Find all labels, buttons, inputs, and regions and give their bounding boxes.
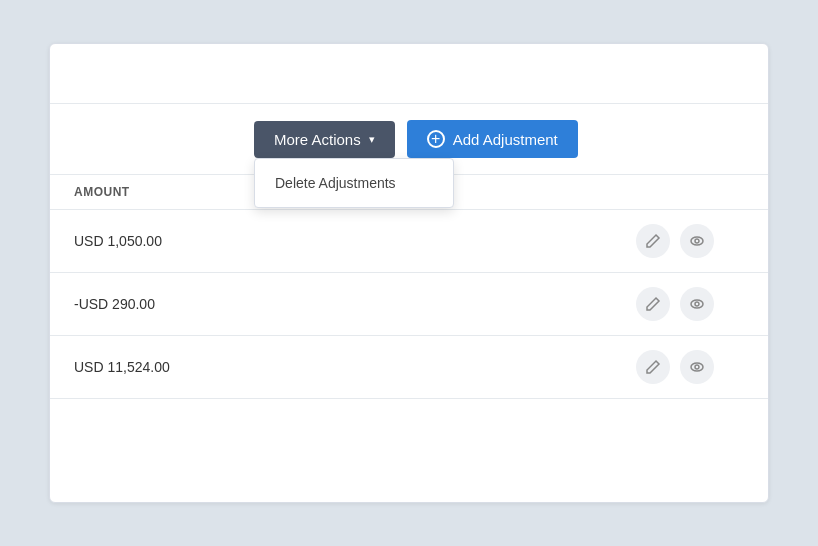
main-card: More Actions ▾ Delete Adjustments + Add … [49, 43, 769, 503]
pencil-icon [645, 359, 661, 375]
svg-point-5 [695, 365, 699, 369]
toolbar: More Actions ▾ Delete Adjustments + Add … [230, 104, 768, 174]
svg-point-2 [691, 300, 703, 308]
edit-button[interactable] [636, 350, 670, 384]
eye-icon [689, 296, 705, 312]
svg-point-4 [691, 363, 703, 371]
more-actions-wrapper: More Actions ▾ Delete Adjustments [254, 121, 395, 158]
svg-point-1 [695, 239, 699, 243]
row-amount: -USD 290.00 [74, 296, 294, 312]
view-button[interactable] [680, 350, 714, 384]
more-actions-dropdown: Delete Adjustments [254, 158, 454, 208]
svg-point-0 [691, 237, 703, 245]
delete-adjustments-item[interactable]: Delete Adjustments [255, 165, 453, 201]
more-actions-label: More Actions [274, 131, 361, 148]
more-actions-caret: ▾ [369, 133, 375, 146]
table-row: USD 11,524.00 [50, 336, 768, 399]
adjustments-table: AMOUNT USD 1,050.00 -USD 290.00 [50, 174, 768, 399]
table-row: -USD 290.00 [50, 273, 768, 336]
top-bar [50, 44, 768, 104]
row-actions [636, 287, 744, 321]
view-button[interactable] [680, 287, 714, 321]
view-button[interactable] [680, 224, 714, 258]
row-actions [636, 224, 744, 258]
pencil-icon [645, 296, 661, 312]
add-icon: + [427, 130, 445, 148]
eye-icon [689, 359, 705, 375]
svg-point-3 [695, 302, 699, 306]
pencil-icon [645, 233, 661, 249]
more-actions-button[interactable]: More Actions ▾ [254, 121, 395, 158]
add-adjustment-button[interactable]: + Add Adjustment [407, 120, 578, 158]
row-amount: USD 1,050.00 [74, 233, 294, 249]
row-amount: USD 11,524.00 [74, 359, 294, 375]
edit-button[interactable] [636, 287, 670, 321]
table-row: USD 1,050.00 [50, 210, 768, 273]
eye-icon [689, 233, 705, 249]
row-actions [636, 350, 744, 384]
edit-button[interactable] [636, 224, 670, 258]
add-adjustment-label: Add Adjustment [453, 131, 558, 148]
